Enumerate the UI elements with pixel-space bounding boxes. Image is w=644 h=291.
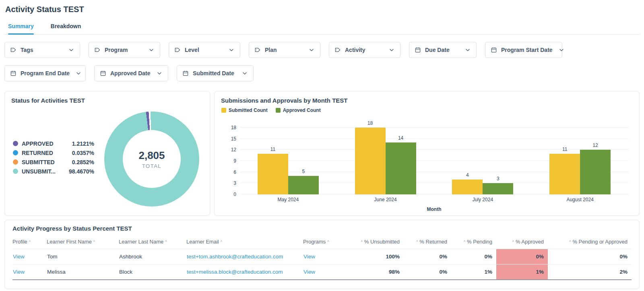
donut-card-title: Status for Activities TEST (11, 97, 210, 104)
bar-approved-count-june-2024: 14 (386, 142, 416, 194)
filter-tags[interactable]: Tags (4, 42, 80, 58)
cell-approved: 0% (496, 249, 548, 264)
cell-programs: View (303, 249, 351, 264)
table-row: ViewMelissaBlocktest+melissa.block@craft… (12, 264, 632, 280)
column-header-pending-or-approved[interactable]: ^ % Pending or Approved (548, 235, 632, 249)
bar-group-july-2024: 43 (452, 180, 513, 194)
bar-approved-count-july-2024: 3 (483, 183, 513, 194)
view-link[interactable]: View (13, 254, 25, 260)
x-tick-label: May 2024 (258, 197, 319, 202)
filter-program-start-date[interactable]: Program Start Date (485, 42, 562, 58)
legend-value: 0.0357% (64, 150, 94, 156)
legend-label: APPROVED (22, 140, 64, 147)
tag-icon (94, 47, 101, 53)
column-header-profile[interactable]: Profile ^ (12, 235, 47, 249)
bar-value-label: 12 (580, 142, 611, 148)
tab-breakdown[interactable]: Breakdown (51, 21, 81, 34)
sort-caret-icon: ^ (416, 240, 418, 244)
bar-card-title: Submissions and Approvals by Month TEST (221, 97, 639, 104)
sort-caret-icon: ^ (569, 240, 571, 244)
bar-submitted-count-may-2024: 11 (258, 154, 288, 194)
y-tick-label: 0 (225, 192, 236, 197)
column-header-learner-first-name[interactable]: Learner First Name ^ (47, 235, 119, 249)
bar-group-may-2024: 115 (258, 154, 319, 194)
bar-submitted-count-july-2024: 4 (452, 180, 483, 194)
filter-submitted-date[interactable]: Submitted Date (177, 65, 254, 81)
sort-caret-icon: ^ (512, 240, 514, 244)
column-header-approved[interactable]: ^ % Approved (496, 235, 548, 249)
legend-item-submitted-count: Submitted Count (221, 107, 268, 113)
x-tick-label: July 2024 (452, 197, 513, 202)
x-tick-label: August 2024 (549, 197, 611, 202)
donut-total-value: 2,805 (138, 149, 165, 162)
column-header-learner-last-name[interactable]: Learner Last Name ^ (119, 235, 186, 249)
filter-label: Submitted Date (193, 70, 234, 76)
filter-due-date[interactable]: Due Date (409, 42, 477, 58)
filter-row2: Program End DateApproved DateSubmitted D… (4, 65, 640, 81)
progress-table: Profile ^Learner First Name ^Learner Las… (12, 235, 632, 280)
filter-plan[interactable]: Plan (249, 42, 320, 58)
tab-summary[interactable]: Summary (8, 21, 34, 34)
legend-label: RETURNED (22, 150, 64, 156)
donut-chart: 2,805 TOTAL (104, 111, 199, 206)
calendar-icon (100, 70, 106, 76)
legend-swatch (276, 108, 281, 113)
chevron-down-icon (383, 47, 395, 53)
cell-learner-first-name: Melissa (47, 264, 119, 280)
sort-caret-icon: ^ (165, 240, 167, 244)
filter-program[interactable]: Program (89, 42, 160, 58)
column-header-programs[interactable]: Programs ^ (303, 235, 351, 249)
bar-value-label: 18 (355, 120, 386, 126)
y-tick-label: 9 (225, 158, 236, 164)
bar-value-label: 4 (452, 172, 483, 178)
legend-label: Submitted Count (229, 107, 268, 113)
chevron-down-icon (553, 47, 565, 53)
calendar-icon (182, 70, 189, 76)
filter-activity[interactable]: Activity (329, 42, 400, 58)
tag-icon (254, 47, 261, 53)
cell-pending-or-approved: 0% (548, 249, 632, 264)
legend-value: 98.4670% (64, 168, 94, 175)
bar-value-label: 3 (483, 176, 513, 182)
legend-value: 1.2121% (64, 140, 94, 147)
column-header-returned[interactable]: ^ % Returned (404, 235, 451, 249)
filter-approved-date[interactable]: Approved Date (94, 65, 168, 81)
email-link[interactable]: test+melissa.block@crafteducation.com (187, 269, 283, 275)
cell-learner-last-name: Block (119, 264, 186, 280)
column-label: % Pending (467, 239, 492, 245)
view-link[interactable]: View (303, 269, 315, 275)
cell-unsubmitted: 100% (351, 249, 404, 264)
column-label: Learner Email (186, 239, 219, 245)
email-link[interactable]: test+tom.ashbrook@crafteducation.com (187, 254, 283, 260)
column-header-learner-email[interactable]: Learner Email ^ (186, 235, 303, 249)
column-header-pending[interactable]: ^ % Pending (451, 235, 496, 249)
bar-group-august-2024: 1112 (549, 150, 611, 194)
column-label: Learner Last Name (119, 239, 163, 245)
view-link[interactable]: View (13, 269, 25, 275)
cell-approved: 1% (496, 264, 548, 280)
legend-swatch (221, 108, 226, 113)
cell-pending: 0% (451, 249, 496, 264)
bar-approved-count-may-2024: 5 (288, 176, 319, 194)
bar-x-labels: May 2024June 2024July 2024August 2024 (239, 197, 629, 202)
y-tick-label: 18 (225, 125, 236, 130)
calendar-icon (491, 47, 497, 53)
cell-returned: 0% (404, 249, 451, 264)
tag-icon (174, 47, 181, 53)
filter-label: Approved Date (110, 70, 151, 76)
chevron-down-icon (142, 47, 155, 53)
column-header-unsubmitted[interactable]: ^ % Unsubmitted (351, 235, 404, 249)
filter-bar: TagsProgramLevelPlanActivityDue DateProg… (4, 42, 640, 81)
table-card-title: Activity Progress by Status Percent TEST (12, 225, 632, 232)
table-row: ViewTomAshbrooktest+tom.ashbrook@crafted… (12, 249, 632, 264)
chevron-down-icon (459, 47, 471, 53)
bar-submitted-count-august-2024: 11 (549, 154, 580, 194)
view-link[interactable]: View (303, 254, 315, 260)
bar-groups: 1151814431112 (239, 128, 629, 194)
cell-learner-first-name: Tom (47, 249, 119, 264)
cell-learner-email: test+tom.ashbrook@crafteducation.com (186, 249, 303, 264)
filter-level[interactable]: Level (169, 42, 240, 58)
bar-value-label: 14 (386, 135, 416, 141)
filter-program-end-date[interactable]: Program End Date (4, 65, 86, 81)
cell-pending-or-approved: 2% (548, 264, 632, 280)
